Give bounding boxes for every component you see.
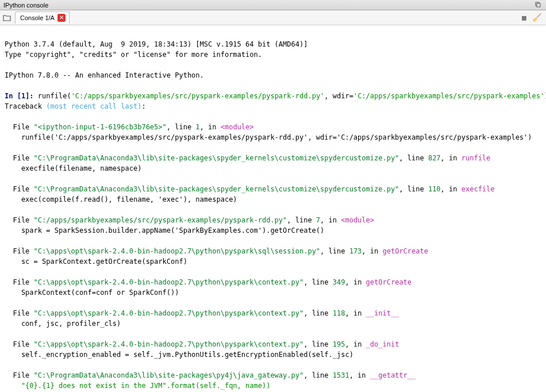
tb-path: "C:\apps\opt\spark-2.4.0-bin-hadoop2.7\p… — [34, 340, 304, 348]
tb-linenum: 173 — [349, 247, 362, 255]
tb-linenum: 110 — [428, 185, 441, 193]
tb-line: , line — [303, 309, 333, 317]
svg-rect-1 — [537, 3, 540, 7]
tb-file: File — [5, 309, 34, 317]
tb-body: sc = SparkContext.getOrCreate(sparkConf) — [5, 258, 187, 266]
tb-body: runfile('C:/apps/sparkbyexamples/src/pys… — [5, 133, 532, 141]
tb-in: , in — [441, 185, 462, 193]
tb-in: , in — [441, 154, 462, 162]
tb-path: "C:/apps/sparkbyexamples/src/pyspark-exa… — [34, 216, 287, 224]
open-file-icon[interactable] — [2, 13, 13, 23]
tb-body: exec(compile(f.read(), filename, 'exec')… — [5, 195, 237, 203]
tb-in: , in — [345, 340, 366, 348]
tb-file: File — [5, 216, 34, 224]
tb-func: _do_init — [366, 340, 399, 348]
python-version: Python 3.7.4 (default, Aug 9 2019, 18:34… — [5, 40, 307, 48]
prompt-in: In [ — [5, 92, 21, 100]
tb-file: File — [5, 371, 34, 379]
tb-in: , in — [200, 123, 221, 131]
tb-in: , in — [345, 309, 366, 317]
tab-console-1a[interactable]: Console 1/A ✕ — [15, 11, 70, 24]
tb-body: self._encryption_enabled = self._jvm.Pyt… — [5, 351, 353, 359]
tb-path: "C:\apps\opt\spark-2.4.0-bin-hadoop2.7\p… — [34, 309, 304, 317]
close-icon[interactable]: ✕ — [57, 14, 66, 22]
tb-file: File — [5, 185, 34, 193]
tb-linenum: 118 — [333, 309, 345, 317]
tb-func: <module> — [221, 123, 254, 131]
ipython-line: IPython 7.8.0 -- An enhanced Interactive… — [5, 71, 204, 79]
runfile-wdir: , wdir= — [324, 92, 353, 100]
tb-linenum: 827 — [428, 154, 441, 162]
tb-line: , line — [287, 216, 316, 224]
tb-line: , line — [320, 247, 349, 255]
tb-path: "C:\apps\opt\spark-2.4.0-bin-hadoop2.7\p… — [34, 247, 321, 255]
runfile-path1: 'C:/apps/sparkbyexamples/src/pyspark-exa… — [71, 92, 325, 100]
detach-icon[interactable] — [535, 1, 543, 9]
tb-file: File — [5, 123, 34, 131]
tb-linenum: 195 — [333, 340, 345, 348]
tb-body: conf, jsc, profiler_cls) — [5, 320, 121, 328]
runfile-call: runfile( — [34, 92, 71, 100]
tb-linenum: 1531 — [333, 371, 349, 379]
tb-func: getOrCreate — [366, 278, 412, 286]
runfile-path2: 'C:/apps/sparkbyexamples/src/pyspark-exa… — [353, 92, 544, 100]
titlebar: IPython console — [0, 0, 546, 10]
tb-line: , line — [303, 340, 333, 348]
tb-func: getOrCreate — [382, 247, 428, 255]
tab-bar: Console 1/A ✕ ■ 🧹 — [0, 10, 546, 25]
tb-path: "<ipython-input-1-6196cb3b76e5>" — [34, 123, 167, 131]
tb-line: , line — [399, 185, 428, 193]
tb-body: execfile(filename, namespace) — [5, 164, 141, 172]
tb-path: "C:\ProgramData\Anaconda3\lib\site-packa… — [34, 154, 399, 162]
tb-body: "{0}.{1} does not exist in the JVM".form… — [5, 382, 270, 390]
prompt-close: ]: — [25, 92, 33, 100]
tb-file: File — [5, 247, 34, 255]
tb-func: <module> — [341, 216, 374, 224]
copyright-line: Type "copyright", "credits" or "license"… — [5, 51, 262, 59]
tb-func: execfile — [462, 185, 495, 193]
tb-in: , in — [345, 278, 366, 286]
tb-in: , in — [362, 247, 382, 255]
tb-func: __getattr__ — [370, 371, 416, 379]
tb-line: , line — [303, 278, 333, 286]
tb-file: File — [5, 340, 34, 348]
tab-label: Console 1/A — [20, 14, 55, 21]
tb-line: , line — [303, 371, 333, 379]
tb-linenum: 1 — [195, 123, 199, 131]
stop-icon[interactable]: ■ — [520, 13, 529, 22]
clear-icon[interactable]: 🧹 — [532, 13, 541, 22]
tb-line: , line — [399, 154, 428, 162]
tb-in: , in — [320, 216, 341, 224]
traceback-most-recent: (most recent call last) — [46, 102, 141, 110]
tb-body: spark = SparkSession.builder.appName('Sp… — [5, 226, 324, 235]
tb-file: File — [5, 154, 34, 162]
tb-linenum: 7 — [316, 216, 320, 224]
tb-path: "C:\apps\opt\spark-2.4.0-bin-hadoop2.7\p… — [34, 278, 304, 286]
window-title: IPython console — [3, 2, 48, 9]
tb-path: "C:\ProgramData\Anaconda3\lib\site-packa… — [34, 185, 399, 193]
tb-line: , line — [167, 123, 196, 131]
tb-in: , in — [349, 371, 370, 379]
tb-linenum: 349 — [333, 278, 345, 286]
tb-func: runfile — [462, 154, 491, 162]
tb-body: SparkContext(conf=conf or SparkConf()) — [5, 289, 179, 297]
tb-file: File — [5, 278, 34, 286]
tb-func: __init__ — [366, 309, 399, 317]
traceback-colon: : — [141, 102, 145, 110]
console-output[interactable]: Python 3.7.4 (default, Aug 9 2019, 18:34… — [0, 25, 546, 392]
tb-path: "C:\ProgramData\Anaconda3\lib\site-packa… — [34, 371, 304, 379]
traceback-label: Traceback — [5, 102, 46, 110]
